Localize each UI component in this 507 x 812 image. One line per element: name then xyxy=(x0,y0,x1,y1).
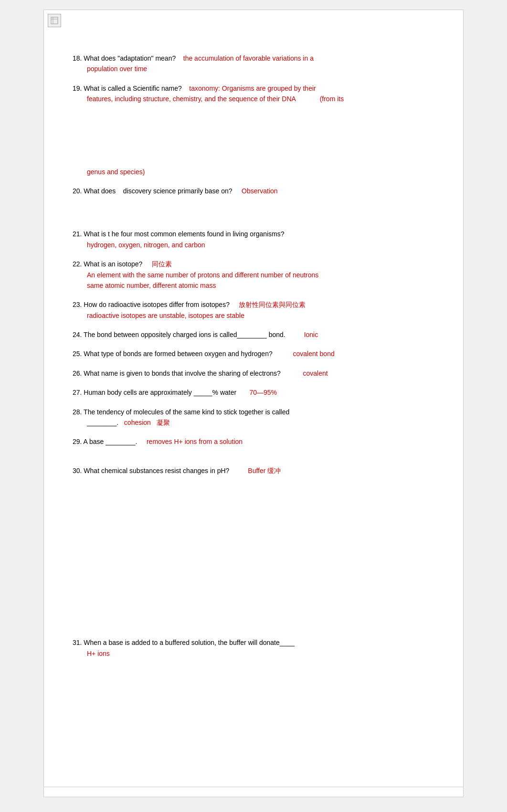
q19-text: What is called a Scientific name? xyxy=(84,84,189,92)
q18-answer-part2: population over time xyxy=(87,65,147,73)
q27-number: 27. xyxy=(73,389,82,396)
q29-number: 29. xyxy=(73,438,82,445)
q20-text: discovery science primarily base on? xyxy=(117,187,240,195)
question-21: 21. What is t he four most common elemen… xyxy=(73,229,434,250)
q23-number: 23. xyxy=(73,301,82,308)
q21-answer: hydrogen, oxygen, nitrogen, and carbon xyxy=(87,241,205,249)
q18-text: What does "adaptation" mean? xyxy=(84,54,183,62)
page-bottom-border xyxy=(44,787,463,787)
question-23: 23. How do radioactive isotopes differ f… xyxy=(73,299,434,321)
q21-text: What is t he four most common elements f… xyxy=(84,230,284,238)
page-thumbnail xyxy=(48,14,61,27)
q25-number: 25. xyxy=(73,350,82,358)
q22-answer-line1: An element with the same number of proto… xyxy=(87,271,318,279)
question-20: 20. What does discovery science primaril… xyxy=(73,186,434,220)
q19-number: 19. xyxy=(73,84,82,92)
q20-answer: Observation xyxy=(242,187,277,195)
q28-answer: cohesion xyxy=(124,419,151,426)
q29-text: A base ________. xyxy=(84,438,145,445)
q18-number: 18. xyxy=(73,54,82,62)
q29-answer: removes H+ ions from a solution xyxy=(147,438,243,445)
q27-answer: 70—95% xyxy=(249,389,277,396)
q27-text: Human body cells are approximately _____… xyxy=(84,389,247,396)
question-30: 30. What chemical substances resist chan… xyxy=(73,465,434,476)
q23-answer-chinese: 放射性同位素與同位素 xyxy=(239,301,306,308)
q22-text: What is an isotope? xyxy=(84,260,150,268)
q24-number: 24. xyxy=(73,331,82,338)
page: 18. What does "adaptation" mean? the acc… xyxy=(43,10,464,797)
q28-text: The tendency of molecules of the same ki… xyxy=(84,408,289,416)
q23-text: How do radioactive isotopes differ from … xyxy=(84,301,237,308)
q22-number: 22. xyxy=(73,260,82,268)
question-19: 19. What is called a Scientific name? ta… xyxy=(73,83,434,177)
q19-answer-continuation: genus and species) xyxy=(87,168,145,176)
q22-answer-chinese: 同位素 xyxy=(152,260,172,268)
svg-rect-0 xyxy=(51,17,58,24)
q31-text: When a base is added to a buffered solut… xyxy=(84,639,295,646)
q25-answer: covalent bond xyxy=(293,350,335,358)
question-27: 27. Human body cells are approximately _… xyxy=(73,387,434,398)
q28-blank: ________. xyxy=(87,419,118,426)
q30-text: What chemical substances resist changes … xyxy=(84,467,246,475)
q23-answer-line1: radioactive isotopes are unstable, isoto… xyxy=(87,312,244,319)
q18-answer-part1: the accumulation of favorable variations… xyxy=(183,54,314,62)
q19-answer-line1: taxonomy: Organisms are grouped by their xyxy=(189,84,316,92)
q24-answer: Ionic xyxy=(304,331,318,338)
question-22: 22. What is an isotope? 同位素 An element w… xyxy=(73,259,434,291)
q19-answer-line2: features, including structure, chemistry… xyxy=(87,95,296,103)
question-26: 26. What name is given to bonds that inv… xyxy=(73,368,434,379)
q31-answer: H+ ions xyxy=(87,650,110,657)
q21-number: 21. xyxy=(73,230,82,238)
q26-answer: covalent xyxy=(303,369,328,377)
q20-prefix: What does xyxy=(84,187,116,195)
q28-number: 28. xyxy=(73,408,82,416)
q30-answer: Buffer 缓冲 xyxy=(248,467,281,475)
question-31: 31. When a base is added to a buffered s… xyxy=(73,637,434,659)
question-24: 24. The bond between oppositely charged … xyxy=(73,329,434,340)
q19-answer-suffix: (from its xyxy=(320,95,344,103)
question-29: 29. A base ________. removes H+ ions fro… xyxy=(73,436,434,447)
q28-answer-chinese: 凝聚 xyxy=(157,419,170,426)
q26-text: What name is given to bonds that involve… xyxy=(84,369,301,377)
question-18: 18. What does "adaptation" mean? the acc… xyxy=(73,53,434,74)
q20-number: 20. xyxy=(73,187,82,195)
question-28: 28. The tendency of molecules of the sam… xyxy=(73,407,434,428)
question-25: 25. What type of bonds are formed betwee… xyxy=(73,348,434,359)
q24-text: The bond between oppositely charged ions… xyxy=(84,331,302,338)
q31-number: 31. xyxy=(73,639,82,646)
q26-number: 26. xyxy=(73,369,82,377)
q25-text: What type of bonds are formed between ox… xyxy=(84,350,291,358)
q22-answer-line2: same atomic number, different atomic mas… xyxy=(87,282,216,289)
q30-number: 30. xyxy=(73,467,82,475)
